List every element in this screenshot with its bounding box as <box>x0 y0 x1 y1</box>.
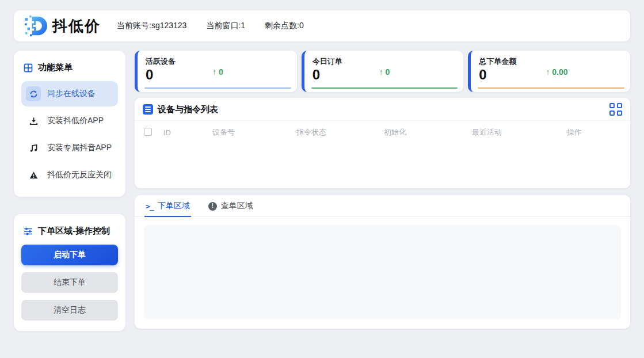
sidebar-item-label: 抖低价无反应关闭 <box>47 170 112 180</box>
clear-log-button[interactable]: 清空日志 <box>21 300 118 321</box>
tab-order-area[interactable]: >_ 下单区域 <box>144 195 191 217</box>
grid-cell-icon <box>609 111 615 116</box>
main-content: 活跃设备 0 ↑ 0 今日订单 0 ↑ 0 总下单金额 0 ↑ 0.00 <box>135 51 630 329</box>
grid-table-icon <box>24 63 33 73</box>
grid-cell-icon <box>617 111 622 116</box>
device-table-title: 设备与指令列表 <box>143 104 218 115</box>
sidebar-item-force-close[interactable]: 抖低价无反应关闭 <box>21 162 118 188</box>
warning-icon <box>26 167 41 182</box>
device-table-columns: ID 设备号 指令状态 初始化 最近活动 操作 <box>135 121 630 143</box>
stat-underline <box>311 87 458 89</box>
stat-card-total-order-amount: 总下单金额 0 ↑ 0.00 <box>468 51 630 92</box>
order-controls-title: 下单区域-操作控制 <box>24 226 118 237</box>
device-table-title-text: 设备与指令列表 <box>158 104 218 115</box>
tab-label: 查单区域 <box>221 201 253 211</box>
sliders-icon <box>24 227 33 236</box>
tab-query-area[interactable]: ! 查单区域 <box>207 195 254 217</box>
app-title: 抖低价 <box>52 16 101 36</box>
log-tabs: >_ 下单区域 ! 查单区域 <box>135 195 630 217</box>
page: 抖低价 当前账号:sg123123 当前窗口:1 剩余点数:0 <box>0 0 644 331</box>
list-icon <box>143 104 153 115</box>
sidebar-item-label: 同步在线设备 <box>47 89 96 99</box>
column-device: 设备号 <box>212 127 296 138</box>
device-table-header: 设备与指令列表 <box>135 98 630 121</box>
stat-delta-up: ↑ 0 <box>212 67 223 77</box>
column-init: 初始化 <box>384 127 472 138</box>
header-meta: 当前账号:sg123123 当前窗口:1 剩余点数:0 <box>117 21 304 31</box>
column-cmd-status: 指令状态 <box>296 127 384 138</box>
function-menu-title-text: 功能菜单 <box>38 62 73 73</box>
sidebar: 功能菜单 同步在线设备 <box>14 51 125 331</box>
stat-underline <box>478 87 624 89</box>
current-account-label: 当前账号:sg123123 <box>117 21 186 31</box>
function-menu-title: 功能菜单 <box>24 62 118 73</box>
current-window-label: 当前窗口:1 <box>206 21 245 31</box>
grid-cell-icon <box>617 103 622 108</box>
column-id: ID <box>163 128 212 137</box>
device-table-body-empty <box>135 143 630 188</box>
sidebar-item-install-app[interactable]: 安装抖低价APP <box>21 108 118 134</box>
terminal-icon: >_ <box>146 202 154 211</box>
stop-order-button[interactable]: 结束下单 <box>21 272 118 293</box>
stat-card-today-orders: 今日订单 0 ↑ 0 <box>302 51 464 92</box>
column-last-active: 最近活动 <box>472 127 567 138</box>
sync-icon <box>26 86 41 101</box>
logo-pixel-d-icon <box>24 14 47 37</box>
music-note-icon <box>26 140 41 155</box>
grid-view-button[interactable] <box>609 103 622 116</box>
stat-delta-up: ↑ 0 <box>379 67 390 77</box>
log-panel: >_ 下单区域 ! 查单区域 <box>135 195 630 329</box>
remaining-points-label: 剩余点数:0 <box>265 21 304 31</box>
app-header: 抖低价 当前账号:sg123123 当前窗口:1 剩余点数:0 <box>14 10 630 41</box>
stat-delta-up: ↑ 0.00 <box>546 67 567 77</box>
sidebar-item-install-douyin-app[interactable]: 安装专属抖音APP <box>21 135 118 161</box>
start-order-button[interactable]: 启动下单 <box>21 245 118 265</box>
sidebar-item-label: 安装专属抖音APP <box>47 143 112 153</box>
device-table-panel: 设备与指令列表 ID 设备号 指令状态 初始化 最近活动 <box>135 98 630 188</box>
order-log-area[interactable] <box>144 225 621 319</box>
alert-circle-icon: ! <box>208 202 217 211</box>
stats-row: 活跃设备 0 ↑ 0 今日订单 0 ↑ 0 总下单金额 0 ↑ 0.00 <box>135 51 630 92</box>
stat-title: 活跃设备 <box>146 56 288 67</box>
grid-cell-icon <box>609 103 615 108</box>
stat-title: 总下单金额 <box>479 56 621 67</box>
order-controls-title-text: 下单区域-操作控制 <box>38 226 110 237</box>
order-controls-panel: 下单区域-操作控制 启动下单 结束下单 清空日志 <box>14 214 125 331</box>
tab-label: 下单区域 <box>158 201 190 211</box>
stat-card-active-devices: 活跃设备 0 ↑ 0 <box>135 51 297 92</box>
function-menu-panel: 功能菜单 同步在线设备 <box>14 51 125 197</box>
column-action: 操作 <box>567 127 622 138</box>
sidebar-item-label: 安装抖低价APP <box>47 116 104 126</box>
app-logo: 抖低价 <box>24 14 101 37</box>
sidebar-item-sync-devices[interactable]: 同步在线设备 <box>21 81 118 106</box>
stat-title: 今日订单 <box>313 56 455 67</box>
select-all-checkbox[interactable] <box>144 128 152 136</box>
stat-underline <box>144 87 291 89</box>
download-icon <box>26 113 41 128</box>
